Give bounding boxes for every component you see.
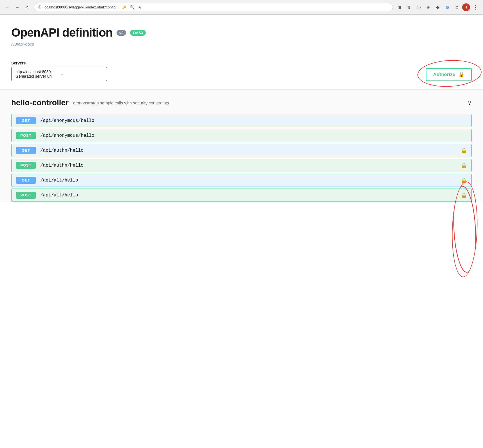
url-text: localhost:8080/swagger-ui/index.html?con…: [44, 5, 119, 9]
browser-action-3[interactable]: ◆: [433, 3, 442, 12]
swagger-header: OpenAPI definition v0 OAS3 /v3/api-docs: [0, 15, 483, 55]
controller-collapse-icon: ∨: [468, 99, 472, 106]
method-badge-post: POST: [16, 192, 36, 199]
servers-authorize-row: Servers http://localhost:8080 - Generate…: [0, 55, 483, 89]
google-button[interactable]: G: [443, 3, 451, 12]
authorize-wrapper: Authorize 🔓: [426, 68, 472, 81]
method-badge-get: GET: [16, 117, 36, 124]
controller-name: hello-controller: [11, 98, 69, 107]
authorize-lock-icon: 🔓: [458, 71, 465, 78]
endpoint-path: /api/alt/hello: [40, 193, 461, 198]
back-button[interactable]: ←: [3, 3, 11, 11]
reload-button[interactable]: ↻: [24, 3, 32, 11]
endpoint-row[interactable]: POST /api/authn/hello 🔒: [11, 159, 472, 172]
endpoints-container: GET /api/anonymous/hello POST /api/anony…: [11, 114, 472, 202]
endpoint-row[interactable]: GET /api/alt/hello 🔒: [11, 174, 472, 187]
menu-button[interactable]: ⋮: [471, 3, 480, 12]
extensions-button[interactable]: ◑: [395, 3, 404, 12]
servers-label: Servers: [11, 61, 107, 65]
api-docs-link[interactable]: /v3/api-docs: [11, 42, 34, 46]
endpoint-lock-icon: 🔒: [461, 162, 467, 169]
method-badge-post: POST: [16, 162, 36, 169]
servers-selected-value: http://localhost:8080 - Generated server…: [15, 70, 58, 79]
profile-icon[interactable]: J: [462, 3, 470, 11]
controller-header[interactable]: hello-controller demonstrates sample cal…: [11, 98, 472, 107]
endpoint-row[interactable]: GET /api/anonymous/hello: [11, 114, 472, 127]
endpoint-lock-icon: 🔒: [461, 177, 467, 183]
endpoint-path: /api/authn/hello: [40, 163, 461, 168]
cast-button[interactable]: ⇅: [405, 3, 413, 12]
endpoint-lock-icon: 🔒: [461, 147, 467, 154]
address-bar[interactable]: ⓘ localhost:8080/swagger-ui/index.html?c…: [34, 3, 393, 11]
title-row: OpenAPI definition v0 OAS3: [11, 26, 472, 39]
browser-chrome: ← → ↻ ⓘ localhost:8080/swagger-ui/index.…: [0, 0, 483, 15]
dropdown-chevron-icon: ⌄: [60, 72, 103, 76]
method-badge-get: GET: [16, 177, 36, 184]
oas3-badge: OAS3: [130, 30, 146, 36]
controller-section: hello-controller demonstrates sample cal…: [0, 90, 483, 202]
endpoint-path: /api/alt/hello: [40, 178, 461, 183]
controller-description: demonstrates sample calls with security …: [73, 100, 463, 105]
forward-button[interactable]: →: [14, 3, 21, 11]
endpoint-row[interactable]: GET /api/authn/hello 🔒: [11, 144, 472, 157]
endpoint-lock-icon: 🔒: [461, 192, 467, 198]
endpoint-row[interactable]: POST /api/alt/hello 🔒: [11, 189, 472, 202]
bookmark-icon: ★: [138, 5, 142, 10]
key-icon: 🔑: [122, 5, 126, 9]
browser-action-2[interactable]: ◉: [424, 3, 432, 12]
browser-actions: ◑ ⇅ ◯ ◉ ◆ G ⚙ J ⋮: [395, 3, 480, 12]
endpoint-row[interactable]: POST /api/anonymous/hello: [11, 129, 472, 142]
servers-dropdown[interactable]: http://localhost:8080 - Generated server…: [11, 67, 107, 81]
endpoint-path: /api/anonymous/hello: [40, 133, 467, 138]
puzzle-button[interactable]: ⚙: [453, 3, 461, 12]
ssl-lock-icon: ⓘ: [38, 5, 41, 10]
method-badge-post: POST: [16, 132, 36, 139]
method-badge-get: GET: [16, 147, 36, 154]
api-title: OpenAPI definition: [11, 26, 113, 39]
authorize-label: Authorize: [433, 72, 455, 77]
authorize-button[interactable]: Authorize 🔓: [426, 68, 472, 81]
browser-action-1[interactable]: ◯: [414, 3, 423, 12]
zoom-icon: 🔍: [130, 5, 135, 10]
endpoint-path: /api/authn/hello: [40, 148, 461, 153]
endpoint-path: /api/anonymous/hello: [40, 118, 467, 123]
page-content: OpenAPI definition v0 OAS3 /v3/api-docs …: [0, 15, 483, 448]
servers-section: Servers http://localhost:8080 - Generate…: [11, 61, 107, 81]
version-badge: v0: [117, 30, 126, 36]
